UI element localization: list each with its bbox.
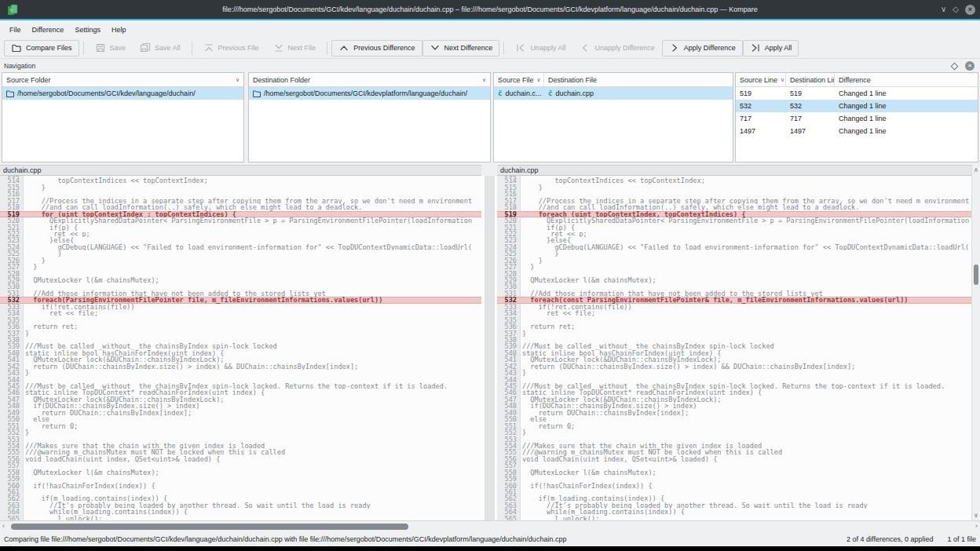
code-line: 523 }else{ (0, 237, 481, 243)
code-line: 543} (0, 370, 481, 376)
horizontal-scrollbar-thumb[interactable] (11, 524, 408, 530)
code-line: 557 (497, 462, 971, 469)
vertical-scrollbar[interactable]: ∧ ∨ (971, 165, 980, 520)
maximize-window-icon[interactable]: ◇ (953, 5, 959, 13)
line-text (521, 377, 971, 383)
line-text: ///Must be called _without_ the chainsBy… (521, 343, 971, 349)
changed-code-line[interactable]: 519 for (uint topContextIndex : topConte… (0, 211, 481, 217)
sort-chevron-icon: ∨ (777, 77, 784, 83)
line-text: //Add those information that have not be… (521, 290, 971, 297)
code-line: 535 (0, 317, 481, 323)
line-text: if(!ret.contains(file)) (24, 304, 481, 310)
line-text: if(DUChain::chainsByIndex.size() > index… (521, 403, 971, 409)
code-line: 540static inline bool hasChainForIndex(u… (497, 350, 971, 356)
files-row[interactable]: c̈ duchain.c... c̈ duchain.cpp (494, 87, 733, 100)
apply-difference-button[interactable]: Apply Difference (662, 40, 743, 57)
next-file-label: Next File (288, 44, 316, 52)
code-line: 536 return ret; (0, 323, 481, 330)
previous-file-button[interactable]: Previous File (196, 40, 266, 57)
line-text (24, 317, 481, 323)
line-text (24, 462, 481, 469)
compare-files-button[interactable]: Compare Files (4, 40, 79, 57)
toolbar-separator (503, 42, 504, 55)
sort-chevron-icon: ∨ (534, 77, 541, 83)
save-button[interactable]: Save (88, 40, 133, 57)
previous-difference-button[interactable]: Previous Difference (331, 40, 422, 57)
source-folder-row[interactable]: /home/sergobot/Documents/GCI/kdev/langua… (2, 87, 243, 100)
code-line: 555///@warning m_chainsMutex must NOT be… (0, 449, 481, 455)
code-line: 548 if(DUChain::chainsByIndex.size() > i… (0, 403, 481, 409)
line-text (24, 337, 481, 343)
code-line: 564 while(m_loading.contains(index)) { (0, 509, 481, 515)
left-pane-scrollbar[interactable] (485, 176, 495, 520)
differences-rows: 519519Changed 1 line532532Changed 1 line… (736, 87, 978, 137)
line-text (24, 271, 481, 277)
chevron-right-icon (669, 42, 680, 53)
toolbar-separator (327, 42, 327, 55)
close-window-icon[interactable]: × (965, 5, 975, 15)
apply-all-button[interactable]: Apply All (743, 40, 799, 57)
line-text: QMutexLocker lock(&DUChain::chainsByInde… (24, 356, 481, 363)
code-line: 528 (497, 271, 971, 277)
code-line: 557 (0, 462, 481, 469)
code-line: 552} (0, 429, 481, 436)
next-difference-label: Next Difference (444, 44, 493, 52)
scroll-left-icon[interactable]: ‹ (2, 522, 5, 530)
difference-row[interactable]: 14971497Changed 1 line (736, 125, 978, 137)
next-file-button[interactable]: Next File (266, 40, 324, 57)
changed-code-line[interactable]: 532 foreach(const ParsingEnvironmentFile… (497, 297, 971, 303)
differences-header[interactable]: Source Line ∨ Destination Line Differenc… (736, 73, 978, 87)
line-text (521, 317, 971, 323)
difference-row[interactable]: 532532Changed 1 line (736, 100, 978, 112)
dock-float-icon[interactable] (951, 62, 959, 70)
destination-folder-row[interactable]: /home/sergobot/Documents/GCI/kdevplatfor… (249, 87, 490, 100)
dock-close-icon[interactable]: × (965, 61, 975, 71)
line-text (24, 436, 481, 443)
kompare-window: file:///home/sergobot/Documents/GCI/kdev… (0, 0, 980, 546)
right-pane-title: duchain.cpp (497, 165, 980, 176)
line-text: } (521, 250, 971, 257)
code-line: 561 (0, 489, 481, 495)
menu-difference[interactable]: Difference (27, 24, 70, 36)
changed-code-line[interactable]: 532 foreach(ParsingEnvironmentFilePointe… (0, 297, 481, 303)
scroll-up-icon[interactable]: ∧ (972, 166, 980, 173)
files-header[interactable]: Source File ∨ Destination File (494, 73, 733, 87)
menu-file[interactable]: File (4, 24, 27, 36)
vertical-scrollbar-thumb[interactable] (974, 265, 978, 285)
difference-count-status: 2 of 4 differences, 0 applied (847, 535, 933, 543)
code-line: 560 if(!hasChainForIndex(index)) { (497, 483, 971, 489)
menu-help[interactable]: Help (106, 24, 132, 36)
code-line: 562 if(m_loading.contains(index)) { (0, 495, 481, 502)
unapply-difference-button[interactable]: Unapply Difference (572, 40, 661, 57)
line-text: if(!ret.contains(file)) (521, 304, 971, 310)
horizontal-scrollbar[interactable]: ‹ › (0, 520, 980, 532)
code-line: 516 (497, 191, 971, 197)
code-line: 530 (0, 283, 481, 290)
next-difference-button[interactable]: Next Difference (422, 40, 500, 57)
line-text: //Add those information that have not be… (24, 290, 481, 297)
code-line: 550 else (497, 416, 971, 422)
scroll-down-icon[interactable]: ∨ (972, 512, 980, 519)
save-all-button[interactable]: Save All (133, 40, 188, 57)
source-code-lines: 513514 topContextIndices << topContextIn… (0, 176, 481, 520)
difference-row[interactable]: 519519Changed 1 line (736, 87, 978, 100)
menu-settings[interactable]: Settings (69, 24, 106, 36)
line-text: else (521, 416, 971, 422)
changed-code-line[interactable]: 519 foreach (uint topContextIndex, topCo… (497, 211, 971, 217)
destination-folder-header[interactable]: Destination Folder ∨ (249, 73, 490, 87)
shade-window-icon[interactable]: ∨ (941, 5, 946, 13)
line-text: foreach (uint topContextIndex, topContex… (521, 211, 971, 217)
unapply-all-button[interactable]: Unapply All (508, 40, 572, 57)
difference-value: Changed 1 line (835, 100, 978, 112)
line-text: QMutexLocker l(&m_chainsMutex); (521, 277, 971, 283)
code-line: 543} (497, 370, 971, 376)
pane-separator (481, 176, 497, 520)
line-text: foreach(const ParsingEnvironmentFilePoin… (521, 297, 971, 303)
code-line: 549 return DUChain::chainsByIndex[index]… (497, 410, 971, 416)
code-line: 544 (497, 377, 971, 383)
save-label: Save (110, 44, 126, 52)
difference-row[interactable]: 717717Changed 1 line (736, 112, 978, 125)
source-folder-header[interactable]: Source Folder ∨ (2, 73, 243, 87)
scroll-right-icon[interactable]: › (975, 522, 978, 530)
line-text: } (521, 264, 971, 270)
